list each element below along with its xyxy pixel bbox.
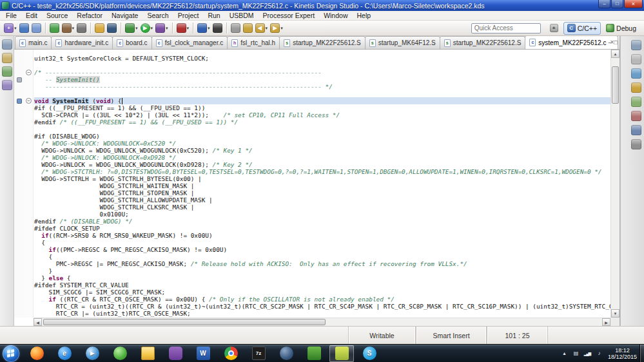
back-dropdown-icon[interactable]: ▾ bbox=[266, 26, 268, 31]
tab-startup-mk22f25612-s[interactable]: sstartup_MK22F25612.S bbox=[440, 36, 526, 49]
code-line[interactable]: if((PMC->REGSC & PMC_REGSC_ACKISO_MASK) … bbox=[34, 246, 610, 253]
viber-taskbar-button[interactable] bbox=[163, 345, 188, 362]
tab-fsl-rtc-hal-h[interactable]: hfsl_rtc_hal.h bbox=[227, 36, 280, 49]
fold-collapse-icon[interactable]: − bbox=[26, 98, 32, 104]
show-desktop-button[interactable] bbox=[639, 345, 644, 362]
volume-icon[interactable]: ♪ bbox=[595, 349, 603, 357]
build-icon[interactable]: ▾ bbox=[61, 22, 76, 35]
coverage-dropdown-icon[interactable]: ▾ bbox=[187, 26, 190, 31]
scroll-right-button[interactable]: ▶ bbox=[602, 318, 610, 326]
tab-startup-mk64f12-s[interactable]: sstartup_MK64F12.S bbox=[365, 36, 440, 49]
forward-dropdown-icon[interactable]: ▾ bbox=[280, 26, 283, 31]
fold-column[interactable]: −− bbox=[24, 50, 34, 318]
code-line[interactable]: RTC_CR = (uint32_t)((RTC_CR & (uint32_t)… bbox=[34, 303, 610, 310]
vertical-scroll-thumb[interactable] bbox=[612, 66, 619, 104]
save-icon[interactable] bbox=[18, 22, 30, 35]
code-line[interactable]: -- SystemInit() bbox=[34, 76, 610, 83]
action-center-icon[interactable]: ▤ bbox=[572, 349, 580, 357]
menu-source[interactable]: Source bbox=[42, 11, 72, 20]
minimize-editor-icon[interactable]: – bbox=[609, 39, 612, 46]
problems-view-icon[interactable] bbox=[631, 82, 641, 93]
code-line[interactable]: if ((RTC_CR & RTC_CR_OSCE_MASK) == 0x00U… bbox=[34, 296, 610, 303]
open-console-dropdown-icon[interactable]: ▾ bbox=[208, 26, 210, 31]
terminal-icon[interactable] bbox=[211, 22, 224, 35]
code-line[interactable]: WDOG_STCTRLH_STOPEN_MASK | bbox=[34, 189, 610, 196]
search-icon[interactable] bbox=[106, 22, 118, 35]
code-line[interactable]: } else { bbox=[34, 274, 610, 281]
code-line[interactable]: if((RCM->SRS0 & RCM_SRS0_WAKEUP_MASK) !=… bbox=[34, 232, 610, 239]
new-wizard-icon[interactable]: +▾ bbox=[3, 22, 18, 35]
menu-edit[interactable]: Edit bbox=[21, 11, 42, 20]
flash-programmer-icon[interactable] bbox=[48, 22, 61, 35]
code-line[interactable]: /* -------------------------------------… bbox=[34, 69, 610, 76]
code-line[interactable]: { bbox=[34, 253, 610, 260]
maximize-editor-icon[interactable]: □ bbox=[614, 39, 618, 46]
horizontal-scrollbar[interactable]: ◀ ▶ bbox=[34, 318, 610, 326]
scroll-left-button[interactable]: ◀ bbox=[34, 318, 42, 326]
open-console-icon[interactable]: ▾ bbox=[196, 22, 211, 35]
code-line[interactable]: WDOG->STCTRLH = WDOG_STCTRLH_BYTESEL(0x0… bbox=[34, 175, 610, 182]
run-icon[interactable]: ▶▾ bbox=[139, 22, 155, 35]
documentation-view-icon[interactable] bbox=[631, 125, 641, 135]
debug-icon[interactable]: ▾ bbox=[124, 22, 139, 35]
7zip-taskbar-button[interactable]: 7z bbox=[246, 345, 271, 362]
code-line[interactable] bbox=[34, 126, 610, 133]
maximize-button[interactable]: □ bbox=[611, 0, 623, 8]
debug-dropdown-icon[interactable]: ▾ bbox=[135, 26, 138, 31]
quick-access-input[interactable] bbox=[471, 23, 541, 33]
media-player-taskbar-button[interactable]: ▶ bbox=[80, 345, 104, 362]
code-line[interactable]: #endif /* ((__FPU_PRESENT == 1) && (__FP… bbox=[34, 119, 610, 126]
outline-view-icon[interactable] bbox=[631, 54, 641, 64]
menu-run[interactable]: Run bbox=[203, 11, 224, 20]
code-line[interactable]: SCB->CPACR |= ((3UL << 10*2) | (3UL << 1… bbox=[34, 111, 610, 119]
tab-hardware-init-c[interactable]: chardware_init.c bbox=[51, 36, 113, 49]
annotation-ruler[interactable] bbox=[14, 50, 24, 318]
menu-search[interactable]: Search bbox=[142, 11, 173, 20]
utorrent-taskbar-button[interactable] bbox=[108, 345, 132, 362]
code-line[interactable]: /* WDOG->UNLOCK: WDOGUNLOCK=0xC520 */ bbox=[34, 140, 610, 147]
code-line[interactable]: PMC->REGSC |= PMC_REGSC_ACKISO_MASK; /* … bbox=[34, 260, 610, 267]
code-line[interactable]: WDOG->UNLOCK = WDOG_UNLOCK_WDOGUNLOCK(0x… bbox=[34, 161, 610, 168]
taskbar-clock[interactable]: 18:12 18/12/2015 bbox=[607, 347, 638, 360]
code-line[interactable]: WDOG_STCTRLH_WAITEN_MASK | bbox=[34, 182, 610, 189]
tab-board-c[interactable]: cboard.c bbox=[112, 36, 151, 49]
commander-view-icon[interactable] bbox=[2, 80, 12, 90]
code-line[interactable]: #if ((__FPU_PRESENT == 1) && (__FPU_USED… bbox=[34, 104, 610, 111]
run-dropdown-icon[interactable]: ▾ bbox=[151, 26, 153, 31]
build-dropdown-icon[interactable]: ▾ bbox=[72, 26, 75, 31]
perspective-debug-button[interactable]: Debug bbox=[602, 22, 640, 35]
code-line[interactable]: WDOG->UNLOCK = WDOG_UNLOCK_WDOGUNLOCK(0x… bbox=[34, 147, 610, 154]
mark-occurrences-icon[interactable] bbox=[229, 22, 242, 35]
new-project-icon[interactable] bbox=[93, 22, 106, 35]
search-view-icon[interactable] bbox=[631, 139, 641, 149]
code-line[interactable]: /* WDOG->STCTRLH: ?=0,DISTESTWDOG=0,BYTE… bbox=[34, 168, 610, 175]
menu-project[interactable]: Project bbox=[173, 11, 204, 20]
tab-main-c[interactable]: cmain.c bbox=[15, 36, 52, 49]
new-wizard-dropdown-icon[interactable]: ▾ bbox=[14, 26, 17, 31]
code-line[interactable]: 0x0100U; bbox=[34, 211, 610, 218]
code-line[interactable]: #endif /* (DISABLE_WDOG) */ bbox=[34, 218, 610, 225]
clean-icon[interactable] bbox=[75, 22, 88, 35]
profile-icon[interactable]: ▾ bbox=[154, 22, 170, 35]
hidden-icons-icon[interactable]: ▴ bbox=[560, 349, 568, 357]
last-edit-location-icon[interactable] bbox=[242, 22, 254, 35]
menu-window[interactable]: Window bbox=[319, 11, 352, 20]
code-line[interactable] bbox=[34, 90, 610, 97]
steam-taskbar-button[interactable] bbox=[274, 345, 298, 362]
restore-pane-icon[interactable] bbox=[2, 39, 12, 50]
code-line[interactable] bbox=[34, 62, 610, 69]
open-perspective-button[interactable]: + bbox=[546, 22, 562, 35]
network-icon[interactable]: ▂▄▆ bbox=[583, 349, 591, 357]
chrome-taskbar-button[interactable] bbox=[219, 345, 243, 362]
ruler-marker-icon[interactable] bbox=[17, 77, 22, 82]
code-line[interactable]: RTC_CR |= (uint32_t)RTC_CR_OSCE_MASK; bbox=[34, 310, 610, 317]
code-line[interactable]: void SystemInit (void) { bbox=[34, 97, 610, 104]
menu-navigate[interactable]: Navigate bbox=[107, 11, 142, 20]
menu-file[interactable]: File bbox=[1, 11, 21, 20]
ruler-marker-icon[interactable] bbox=[17, 99, 22, 104]
perspective-cpp-button[interactable]: C C/C++ bbox=[563, 22, 601, 35]
tab-system-mk22f25612-c[interactable]: csystem_MK22F25612.c× bbox=[525, 36, 618, 49]
tab-fsl-clock-manager-c[interactable]: cfsl_clock_manager.c bbox=[151, 36, 228, 49]
horizontal-scroll-thumb[interactable] bbox=[43, 319, 326, 325]
code-line[interactable]: WDOG_STCTRLH_ALLOWUPDATE_MASK | bbox=[34, 196, 610, 204]
